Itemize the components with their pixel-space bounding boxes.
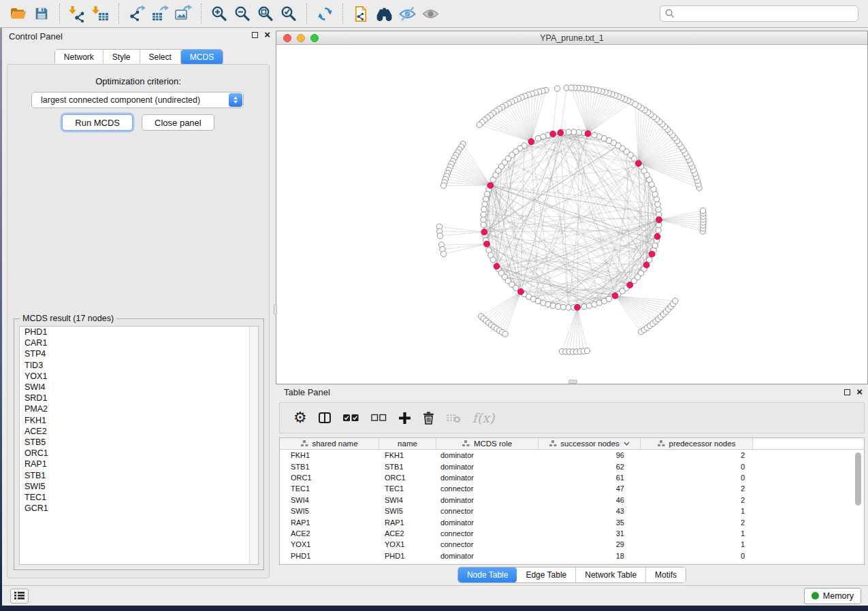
- network-hub-node[interactable]: [484, 241, 490, 247]
- tab-style[interactable]: Style: [103, 50, 140, 65]
- share-document-icon[interactable]: [349, 2, 372, 25]
- network-hub-node[interactable]: [627, 282, 633, 288]
- tab-node-table[interactable]: Node Table: [458, 567, 517, 582]
- window-minimize-traffic-light[interactable]: [297, 34, 305, 42]
- export-table-icon[interactable]: [148, 2, 172, 25]
- network-window-titlebar[interactable]: YPA_prune.txt_1: [276, 31, 867, 45]
- table-row[interactable]: YOX1YOX1connector291: [280, 539, 864, 550]
- network-hub-node[interactable]: [654, 233, 660, 240]
- open-file-icon[interactable]: [7, 2, 30, 25]
- network-node[interactable]: [673, 298, 678, 303]
- mcds-result-item[interactable]: TEC1: [20, 492, 258, 503]
- zoom-out-icon[interactable]: [231, 2, 254, 25]
- split-divider-handle[interactable]: [274, 304, 277, 315]
- mcds-result-item[interactable]: PHD1: [20, 327, 258, 337]
- network-node[interactable]: [606, 296, 611, 301]
- add-row-icon[interactable]: [398, 412, 411, 425]
- mcds-result-item[interactable]: RAP1: [20, 459, 258, 469]
- memory-button[interactable]: Memory: [804, 588, 861, 604]
- show-all-eye-icon[interactable]: [419, 2, 442, 25]
- column-header-shared-name[interactable]: shared name: [280, 438, 379, 449]
- column-header-successor-nodes[interactable]: successor nodes: [539, 438, 641, 449]
- network-node[interactable]: [632, 101, 638, 107]
- network-node[interactable]: [437, 233, 443, 238]
- save-session-icon[interactable]: [30, 2, 53, 25]
- search-input[interactable]: [675, 7, 858, 20]
- deselect-all-icon[interactable]: [371, 414, 387, 422]
- import-table-icon[interactable]: [89, 2, 112, 25]
- hide-selected-eye-icon[interactable]: [396, 2, 419, 25]
- network-node[interactable]: [483, 197, 488, 202]
- network-node[interactable]: [656, 227, 661, 233]
- table-settings-icon[interactable]: ⚙: [293, 410, 307, 425]
- table-row[interactable]: SWI5SWI5connector431: [280, 506, 864, 516]
- mcds-result-item[interactable]: PMA2: [20, 403, 258, 414]
- column-split-icon[interactable]: [319, 412, 331, 423]
- network-node[interactable]: [700, 208, 705, 213]
- network-node[interactable]: [655, 201, 660, 207]
- mcds-list-scrollbar[interactable]: [249, 327, 258, 564]
- export-network-icon[interactable]: [125, 2, 148, 25]
- tab-edge-table[interactable]: Edge Table: [517, 567, 576, 582]
- mcds-result-item[interactable]: SRD1: [20, 393, 258, 403]
- network-canvas[interactable]: [276, 46, 867, 384]
- zoom-selected-icon[interactable]: [277, 2, 300, 25]
- mcds-result-item[interactable]: YOX1: [20, 371, 258, 382]
- table-row[interactable]: PHD1PHD1dominator180: [280, 550, 864, 561]
- network-hub-node[interactable]: [635, 161, 641, 167]
- close-panel-icon[interactable]: ×: [264, 31, 270, 38]
- mcds-result-item[interactable]: TID3: [20, 360, 258, 371]
- mcds-result-item[interactable]: STB5: [20, 437, 258, 448]
- optimization-criterion-select[interactable]: largest connected component (undirected): [31, 92, 244, 108]
- mcds-result-item[interactable]: STP4: [20, 348, 258, 359]
- network-node[interactable]: [592, 132, 597, 137]
- network-hub-node[interactable]: [575, 304, 581, 310]
- mcds-result-item[interactable]: STB1: [20, 470, 258, 481]
- network-node[interactable]: [550, 303, 556, 308]
- network-hub-node[interactable]: [585, 131, 591, 137]
- float-window-icon[interactable]: [252, 32, 258, 38]
- network-hub-node[interactable]: [643, 262, 649, 268]
- tab-network[interactable]: Network: [55, 50, 103, 65]
- network-node[interactable]: [502, 331, 508, 337]
- window-close-traffic-light[interactable]: [283, 34, 291, 42]
- find-icon[interactable]: [372, 2, 396, 25]
- network-node[interactable]: [477, 122, 482, 127]
- table-scrollbar[interactable]: [854, 451, 862, 562]
- import-network-icon[interactable]: [66, 2, 89, 25]
- mcds-result-item[interactable]: ORC1: [20, 448, 258, 459]
- network-node[interactable]: [513, 285, 519, 291]
- mcds-result-item[interactable]: CAR1: [20, 337, 258, 348]
- network-node[interactable]: [440, 183, 446, 188]
- network-node[interactable]: [584, 348, 590, 353]
- tab-select[interactable]: Select: [140, 50, 181, 65]
- table-scrollbar-thumb[interactable]: [855, 452, 861, 506]
- tab-motifs[interactable]: Motifs: [646, 567, 686, 582]
- mcds-result-item[interactable]: GCR1: [20, 503, 258, 514]
- mcds-result-item[interactable]: FKH1: [20, 415, 258, 426]
- table-row[interactable]: ACE2ACE2connector311: [280, 528, 864, 539]
- run-mcds-button[interactable]: Run MCDS: [62, 114, 133, 131]
- tab-mcds[interactable]: MCDS: [181, 50, 223, 65]
- table-row[interactable]: TEC1TEC1connector472: [280, 483, 864, 494]
- network-node[interactable]: [481, 222, 486, 227]
- network-node[interactable]: [568, 85, 574, 90]
- network-hub-node[interactable]: [550, 131, 556, 137]
- float-window-icon[interactable]: [844, 389, 850, 395]
- table-row[interactable]: ORC1ORC1dominator610: [280, 472, 864, 483]
- close-panel-icon[interactable]: ×: [856, 389, 863, 395]
- table-row[interactable]: STB1STB1dominator620: [280, 461, 864, 472]
- network-node[interactable]: [560, 304, 566, 310]
- refresh-layout-icon[interactable]: [313, 2, 336, 25]
- network-hub-node[interactable]: [558, 130, 564, 136]
- network-node[interactable]: [566, 129, 571, 135]
- close-panel-button[interactable]: Close panel: [142, 114, 214, 131]
- column-header-predecessor-nodes[interactable]: predecessor nodes: [641, 438, 753, 449]
- network-node[interactable]: [581, 303, 587, 309]
- network-hub-node[interactable]: [494, 263, 500, 269]
- window-zoom-traffic-light[interactable]: [310, 34, 319, 42]
- task-history-button[interactable]: [10, 589, 29, 604]
- search-field[interactable]: [660, 5, 858, 22]
- network-hub-node[interactable]: [656, 217, 662, 223]
- zoom-fit-icon[interactable]: [254, 2, 277, 25]
